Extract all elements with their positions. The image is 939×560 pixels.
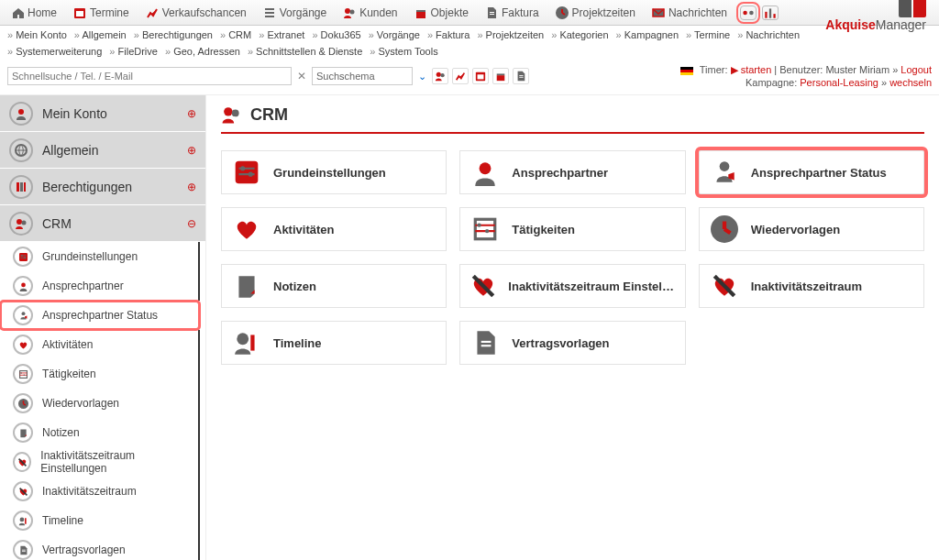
crumb-link[interactable]: Kategorien <box>551 27 608 42</box>
timer-start-link[interactable]: starten <box>741 64 772 75</box>
sidebar-item-t-tigkeiten[interactable]: Tätigkeiten <box>0 359 200 389</box>
sidebar-item-ansprechpartner-status[interactable]: Ansprechpartner Status <box>0 301 200 330</box>
tile-inaktivit-tszeitraum-einstellungen[interactable]: Inaktivitätszeitraum Einstellungen <box>459 264 685 308</box>
tile-inaktivit-tszeitraum[interactable]: Inaktivitätszeitraum <box>699 264 924 308</box>
dots-icon <box>741 5 756 20</box>
tool-calendar[interactable] <box>472 68 489 84</box>
sidebar-item-aktivit-ten[interactable]: Aktivitäten <box>0 330 200 359</box>
nav-nachrichten[interactable]: Nachrichten <box>645 4 735 22</box>
crumb-link[interactable]: Mein Konto <box>7 27 67 42</box>
tile-vertragsvorlagen[interactable]: Vertragsvorlagen <box>459 321 685 365</box>
tile-aktivit-ten[interactable]: Aktivitäten <box>221 207 447 251</box>
crumb-link[interactable]: Schnittstellen & Dienste <box>248 44 362 59</box>
sidebar-item-notizen[interactable]: Notizen <box>0 418 200 447</box>
crumb-link[interactable]: Kampagnen <box>616 27 679 42</box>
tile-t-tigkeiten[interactable]: Tätigkeiten <box>459 207 685 251</box>
crumb-link[interactable]: CRM <box>220 27 251 42</box>
sidebar-item-inaktivit-tszeitraum[interactable]: Inaktivitätszeitraum <box>0 477 200 506</box>
tile-ansprechpartner-status[interactable]: Ansprechpartner Status <box>699 150 924 194</box>
sidebar-section-crm[interactable]: CRM <box>0 205 205 242</box>
noheart-icon <box>470 272 497 300</box>
nav-label: Home <box>28 6 57 19</box>
nav-termine[interactable]: Termine <box>66 4 137 22</box>
user-icon <box>15 107 28 120</box>
tile-timeline[interactable]: Timeline <box>221 321 447 365</box>
nav-objekte[interactable]: Objekte <box>407 4 476 22</box>
top-extra-bars[interactable] <box>762 5 779 20</box>
nav-vorgänge[interactable]: Vorgänge <box>256 4 334 22</box>
nav-label: Nachrichten <box>668 6 727 19</box>
sidebar-section-label: Allgemein <box>42 143 178 158</box>
crumb-link[interactable]: Systemerweiterung <box>7 44 102 59</box>
sidebar-item-label: Ansprechpartner <box>42 280 124 292</box>
tool-gift[interactable] <box>492 68 509 84</box>
crumb-link[interactable]: Berechtigungen <box>134 27 213 42</box>
tile-label: Vertragsvorlagen <box>512 336 609 350</box>
tile-wiedervorlagen[interactable]: Wiedervorlagen <box>699 207 924 251</box>
nav-verkaufschancen[interactable]: Verkaufschancen <box>138 4 254 22</box>
noheart-icon <box>711 272 738 300</box>
tool-doc[interactable] <box>513 68 529 84</box>
tile-grundeinstellungen[interactable]: Grundeinstellungen <box>221 150 447 194</box>
tile-label: Wiedervorlagen <box>751 223 840 236</box>
tool-chart[interactable] <box>452 68 469 84</box>
sliders-icon <box>18 252 28 262</box>
sidebar-item-inaktivit-tszeitraum-einstellungen[interactable]: Inaktivitätszeitraum Einstellungen <box>0 447 200 477</box>
sidebar-item-vertragsvorlagen[interactable]: Vertragsvorlagen <box>0 535 200 560</box>
tool-users[interactable] <box>432 68 448 84</box>
nav-kunden[interactable]: Kunden <box>336 4 404 22</box>
tile-ansprechpartner[interactable]: Ansprechpartner <box>459 150 685 194</box>
crumb-link[interactable]: System Tools <box>370 44 437 59</box>
sidebar-item-label: Notizen <box>42 426 80 439</box>
sidebar-section-mein konto[interactable]: Mein Konto <box>0 95 205 132</box>
crumb-link[interactable]: Doku365 <box>312 27 360 42</box>
tile-label: Timeline <box>273 336 322 350</box>
crumb-link[interactable]: Vorgänge <box>369 27 420 42</box>
doc-icon <box>471 329 499 357</box>
abacus-icon <box>471 215 499 243</box>
nav-projektzeiten[interactable]: Projektzeiten <box>548 4 643 22</box>
nav-label: Verkaufschancen <box>162 6 247 19</box>
sidebar-item-label: Grundeinstellungen <box>42 250 138 263</box>
sidebar-item-wiedervorlagen[interactable]: Wiedervorlagen <box>0 389 200 418</box>
nav-home[interactable]: Home <box>4 4 64 22</box>
timer-label: Timer: <box>700 64 728 75</box>
crumb-link[interactable]: FileDrive <box>109 44 158 59</box>
expand-icon <box>187 144 196 157</box>
mail-icon <box>652 6 665 19</box>
main-content: CRM Grundeinstellungen Ansprechpartner A… <box>206 95 939 560</box>
crumb-link[interactable]: Extranet <box>259 27 304 42</box>
list-icon <box>263 6 276 19</box>
tile-label: Grundeinstellungen <box>273 166 386 180</box>
top-extra-highlight[interactable] <box>740 5 757 20</box>
crumb-link[interactable]: Termine <box>686 27 730 42</box>
logout-link[interactable]: Logout <box>900 64 932 75</box>
sidebar-item-ansprechpartner[interactable]: Ansprechpartner <box>0 271 200 301</box>
crumb-link[interactable]: Projektzeiten <box>477 27 544 42</box>
tile-label: Notizen <box>273 280 316 293</box>
sidebar-section-allgemein[interactable]: Allgemein <box>0 132 205 169</box>
sidebar-item-grundeinstellungen[interactable]: Grundeinstellungen <box>0 242 200 271</box>
sidebar-item-timeline[interactable]: Timeline <box>0 506 200 535</box>
crumb-link[interactable]: Geo, Adressen <box>165 44 240 59</box>
tile-notizen[interactable]: Notizen <box>221 264 447 308</box>
crumb-link[interactable]: Nachrichten <box>737 27 800 42</box>
sliders-icon <box>233 159 260 186</box>
quicksearch-input[interactable] <box>7 67 292 85</box>
sidebar-item-label: Timeline <box>42 514 83 527</box>
search-clear[interactable]: ✕ <box>297 70 306 82</box>
sidebar-section-label: Mein Konto <box>42 106 178 121</box>
chart-icon <box>146 6 159 19</box>
globe-icon <box>15 144 28 157</box>
heart-icon <box>18 340 28 350</box>
crumb-link[interactable]: Faktura <box>427 27 470 42</box>
tile-label: Inaktivitätszeitraum Einstellungen <box>508 280 675 293</box>
crumb-link[interactable]: Allgemein <box>74 27 127 42</box>
expand-icon <box>187 181 196 193</box>
schema-input[interactable] <box>312 67 413 85</box>
sidebar-section-berechtigungen[interactable]: Berechtigungen <box>0 169 205 205</box>
expand-icon <box>187 107 196 120</box>
campaign-switch-link[interactable]: wechseln <box>889 77 932 88</box>
schema-toggle[interactable]: ⌄ <box>418 71 426 82</box>
nav-faktura[interactable]: Faktura <box>478 4 547 22</box>
